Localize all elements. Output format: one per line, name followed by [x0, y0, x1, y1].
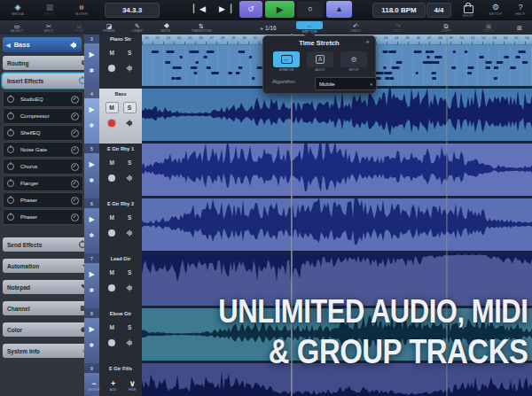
metronome-button[interactable]: ▲: [326, 1, 352, 18]
add-track-button[interactable]: +ADD: [104, 376, 123, 396]
position-display[interactable]: 34.3.3: [105, 3, 160, 18]
record-enable-button[interactable]: [108, 339, 115, 346]
track-header[interactable]: E Gtr Rhy 1MS: [99, 144, 142, 198]
quantize-grid-button[interactable]: ⊞: [509, 20, 530, 35]
track-color-strip[interactable]: 7▶✱: [84, 253, 99, 308]
track-play-icon[interactable]: ▶: [89, 271, 94, 278]
monitor-icon[interactable]: [125, 229, 133, 237]
glue-tool-button[interactable]: ∪ GLUE: [67, 20, 90, 35]
help-button[interactable]: ? HELP: [510, 1, 531, 19]
prev-marker-button[interactable]: ▏◀: [188, 1, 211, 18]
notepad-button[interactable]: Notepad ✎: [3, 280, 90, 294]
insert-slot-2[interactable]: Compressor: [3, 108, 83, 124]
routing-button[interactable]: Routing ⧉: [3, 56, 90, 70]
send-effects-button[interactable]: Send Effects: [3, 237, 90, 252]
record-enable-button[interactable]: [108, 175, 115, 182]
select-tool-button[interactable]: ▭ SELECT: [4, 20, 30, 35]
algorithm-dropdown[interactable]: Mobile ▾: [315, 77, 377, 90]
track-color-strip[interactable]: 4▶✱: [84, 89, 99, 144]
transpose-tool-button[interactable]: ⇅ TRANSPOSE: [183, 20, 220, 35]
track-freeze-icon[interactable]: ✱: [90, 122, 95, 128]
track-header[interactable]: Piano StrMS: [99, 34, 142, 89]
mute-button[interactable]: M: [110, 50, 114, 56]
next-marker-button[interactable]: ▶▕: [214, 1, 237, 18]
automation-button[interactable]: Automation ⌁: [3, 259, 90, 273]
shop-button[interactable]: SHOP: [456, 1, 481, 19]
record-enable-button[interactable]: [108, 229, 115, 237]
audio-clip-bass[interactable]: [142, 89, 532, 144]
solo-button[interactable]: S: [128, 214, 131, 221]
track-freeze-icon[interactable]: ✱: [90, 177, 95, 183]
track-row-piano-str[interactable]: 3▶✱Piano StrMS: [84, 34, 142, 89]
color-button[interactable]: Color ◉: [3, 322, 90, 337]
track-play-icon[interactable]: ▶: [89, 51, 94, 58]
track-play-icon[interactable]: ▶: [89, 216, 94, 223]
record-button[interactable]: ○: [297, 1, 324, 18]
record-enable-button[interactable]: [108, 284, 115, 291]
stretch-mode-button[interactable]: ↔: [273, 51, 300, 67]
record-enable-button[interactable]: [108, 65, 115, 72]
audio-clip-e-gtr-rhy-2[interactable]: [142, 198, 532, 253]
insert-slot-6[interactable]: Flanger: [3, 175, 83, 191]
track-freeze-icon[interactable]: ✱: [90, 287, 95, 293]
inspector-track-header[interactable]: ◀ Bass: [3, 37, 82, 52]
track-header[interactable]: E Gtr Rhy 2MS: [99, 198, 142, 253]
monitor-icon[interactable]: [125, 175, 133, 182]
solo-button[interactable]: S: [123, 102, 137, 113]
track-play-icon[interactable]: ▶: [89, 326, 94, 333]
insert-effects-button[interactable]: Insert Effects: [3, 74, 90, 88]
mute-button[interactable]: M: [110, 324, 114, 330]
erase-tool-button[interactable]: ◪ ERASE: [98, 20, 121, 35]
draw-tool-button[interactable]: ✎ DRAW: [126, 20, 149, 35]
media-button[interactable]: ◈ MEDIA: [2, 1, 34, 19]
channel-button[interactable]: Channel ▤: [3, 301, 90, 315]
collapse-tracklist-button[interactable]: ∨HIDE: [122, 376, 142, 396]
track-row-bass[interactable]: 4▶✱BassMS: [84, 89, 142, 144]
track-row-lead-gtr[interactable]: 7▶✱Lead GtrMS: [84, 253, 142, 309]
mixer-button[interactable]: ≡ MIXER: [66, 1, 98, 19]
audio-mode-button[interactable]: A: [307, 51, 333, 67]
track-color-strip[interactable]: 5▶✱: [84, 144, 99, 198]
track-row-e-gtr-fills[interactable]: 9E Gtr Fills−DELETE+ADD∨HIDE: [84, 363, 142, 396]
cycle-button[interactable]: ↺: [239, 1, 262, 18]
insert-slot-4[interactable]: Noise Gate: [3, 142, 83, 158]
delete-track-button[interactable]: −DELETE: [84, 376, 104, 396]
snap-grid-value[interactable]: ▸ 1/16: [261, 20, 277, 35]
track-color-strip[interactable]: 3▶✱: [84, 34, 99, 89]
track-row-ebow-gtr[interactable]: 8▶✱Ebow GtrMS: [84, 308, 142, 364]
insert-slot-1[interactable]: StudioEQ: [3, 91, 83, 107]
paste-button[interactable]: ▣ PASTE: [475, 20, 502, 35]
track-play-icon[interactable]: ▶: [89, 161, 94, 168]
insert-slot-7[interactable]: Phaser: [3, 192, 83, 208]
undo-button[interactable]: ↶ UNDO: [342, 20, 369, 35]
mute-button[interactable]: M: [110, 214, 114, 221]
monitor-icon[interactable]: [125, 284, 133, 291]
track-header[interactable]: BassMS: [99, 89, 142, 144]
mute-button[interactable]: M: [110, 159, 114, 166]
solo-button[interactable]: S: [128, 324, 131, 330]
setup-button[interactable]: ⚙ SETUP: [483, 1, 508, 19]
insert-slot-8[interactable]: Phaser: [3, 209, 83, 225]
stretch-setup-button[interactable]: ⚙: [340, 51, 367, 67]
track-freeze-icon[interactable]: ✱: [90, 67, 95, 74]
solo-button[interactable]: S: [128, 159, 131, 166]
track-freeze-icon[interactable]: ✱: [90, 232, 95, 238]
track-header[interactable]: Lead GtrMS: [99, 253, 142, 308]
redo-button[interactable]: ↷ REDO: [385, 20, 411, 35]
track-freeze-icon[interactable]: ✱: [90, 342, 95, 348]
track-row-e-gtr-rhy-1[interactable]: 5▶✱E Gtr Rhy 1MS: [84, 144, 142, 199]
track-header[interactable]: Ebow GtrMS: [99, 308, 142, 363]
insert-slot-3[interactable]: ShelfEQ: [3, 125, 83, 141]
track-row-e-gtr-rhy-2[interactable]: 6▶✱E Gtr Rhy 2MS: [84, 198, 142, 254]
mute-button[interactable]: M: [106, 102, 119, 113]
record-enable-button[interactable]: [108, 120, 115, 127]
solo-button[interactable]: S: [128, 269, 131, 276]
audio-clip-e-gtr-rhy-1[interactable]: [142, 144, 532, 198]
monitor-icon[interactable]: [125, 339, 133, 346]
play-button[interactable]: ▶: [265, 1, 294, 18]
system-info-button[interactable]: System Info ≡: [3, 344, 90, 358]
mute-button[interactable]: M: [110, 269, 114, 276]
track-play-icon[interactable]: ▶: [89, 106, 94, 113]
keys-button[interactable]: ▦ KEYS: [35, 1, 64, 19]
track-color-strip[interactable]: 6▶✱: [84, 198, 99, 253]
